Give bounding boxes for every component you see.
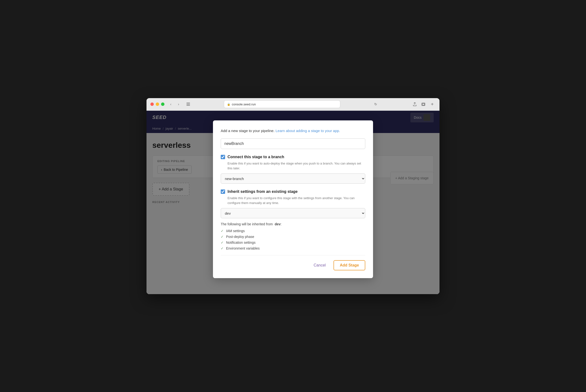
modal-intro-text: Add a new stage to your pipeline. <box>221 129 274 133</box>
svg-rect-1 <box>186 104 190 104</box>
share-button[interactable] <box>411 101 418 108</box>
inherit-settings-checkbox[interactable] <box>221 190 225 194</box>
cancel-button[interactable]: Cancel <box>310 261 330 270</box>
connect-branch-checkbox[interactable] <box>221 155 225 159</box>
list-item: ✓ Post-deploy phase <box>221 235 365 239</box>
minimize-window-button[interactable] <box>156 102 159 106</box>
modal-intro-link[interactable]: Learn about adding a stage to your app. <box>275 129 340 133</box>
add-stage-submit-button[interactable]: Add Stage <box>334 260 365 270</box>
inherit-from-stage-name: dev <box>275 222 281 226</box>
browser-chrome: ‹ › 🔒 console.seed.run ↻ <box>147 98 439 111</box>
connect-branch-row: Connect this stage to a branch <box>221 155 365 159</box>
svg-rect-0 <box>186 103 190 103</box>
modal-overlay: Add a new stage to your pipeline. Learn … <box>147 111 439 294</box>
maximize-window-button[interactable] <box>161 102 164 106</box>
forward-button[interactable]: › <box>175 101 182 108</box>
inherit-from-text: The following will be inherited from <box>221 222 273 226</box>
inherit-settings-row: Inherit settings from an existing stage <box>221 190 365 194</box>
back-button[interactable]: ‹ <box>167 101 174 108</box>
traffic-lights <box>150 102 164 106</box>
connect-branch-section: Connect this stage to a branch Enable th… <box>221 155 365 184</box>
check-icon: ✓ <box>221 229 224 233</box>
browser-actions: + <box>411 101 436 108</box>
new-tab-button[interactable]: + <box>429 101 436 108</box>
check-icon: ✓ <box>221 235 224 239</box>
inherit-item-2: Post-deploy phase <box>226 235 254 239</box>
close-window-button[interactable] <box>150 102 154 106</box>
inherit-description: The following will be inherited from dev… <box>221 222 365 226</box>
inherit-settings-section: Inherit settings from an existing stage … <box>221 190 365 250</box>
app-content: SEED Docs Home / jayair / serverle... se… <box>147 111 439 294</box>
list-item: ✓ IAM settings <box>221 229 365 233</box>
lock-icon: 🔒 <box>227 103 230 106</box>
nav-buttons: ‹ › <box>167 101 182 108</box>
inherit-item-3: Notification settings <box>226 240 255 244</box>
list-item: ✓ Environment variables <box>221 246 365 250</box>
url-text: console.seed.run <box>232 102 256 106</box>
reload-button[interactable]: ↻ <box>372 101 379 108</box>
inherit-settings-label[interactable]: Inherit settings from an existing stage <box>227 190 298 194</box>
tab-view-button[interactable] <box>420 101 427 108</box>
inherit-from-select[interactable]: dev staging production <box>221 208 365 218</box>
inherit-settings-desc: Enable this if you want to configure thi… <box>227 196 365 205</box>
connect-branch-label[interactable]: Connect this stage to a branch <box>227 155 284 159</box>
check-icon: ✓ <box>221 246 224 250</box>
list-item: ✓ Notification settings <box>221 240 365 244</box>
sidebar-toggle-button[interactable] <box>185 101 192 108</box>
modal-intro: Add a new stage to your pipeline. Learn … <box>221 128 365 134</box>
inherit-item-4: Environment variables <box>226 246 260 250</box>
connect-branch-desc: Enable this if you want to auto-deploy t… <box>227 161 365 170</box>
inherit-list: ✓ IAM settings ✓ Post-deploy phase ✓ Not… <box>221 229 365 250</box>
address-bar[interactable]: 🔒 console.seed.run <box>224 100 340 108</box>
inherit-item-1: IAM settings <box>226 229 245 233</box>
svg-rect-4 <box>422 104 424 105</box>
stage-name-input[interactable] <box>221 138 365 149</box>
svg-rect-2 <box>186 105 190 106</box>
add-stage-modal: Add a new stage to your pipeline. Learn … <box>213 120 373 278</box>
branch-select[interactable]: new-branch main develop feature-branch <box>221 174 365 184</box>
modal-footer: Cancel Add Stage <box>221 255 365 270</box>
check-icon: ✓ <box>221 240 224 244</box>
